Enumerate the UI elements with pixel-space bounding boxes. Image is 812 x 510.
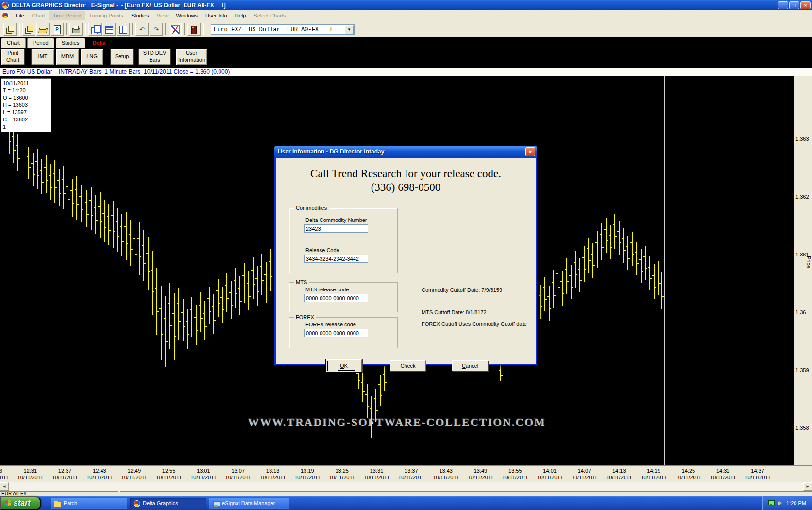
- imt-button[interactable]: IMT: [31, 49, 54, 65]
- ok-button[interactable]: OK: [326, 359, 362, 372]
- tile-horizontal-button[interactable]: [102, 23, 116, 36]
- scroll-right-button[interactable]: ►: [803, 482, 812, 491]
- undo-button[interactable]: ↶: [135, 23, 149, 36]
- menu-user-info[interactable]: User Info: [202, 11, 231, 20]
- paste-page-button[interactable]: P: [51, 23, 64, 36]
- print-chart-button[interactable]: Print Chart: [1, 49, 25, 65]
- menu-help[interactable]: Help: [231, 11, 250, 20]
- time-tick-label: 14:1910/11/2011: [634, 467, 673, 481]
- dialog-close-button[interactable]: ×: [525, 147, 535, 156]
- price-bar: [588, 238, 589, 273]
- price-bar: [257, 266, 258, 306]
- undo-icon: ↶: [138, 25, 146, 34]
- redo-icon: ↷: [152, 25, 160, 34]
- price-bar: [28, 147, 29, 179]
- price-bar: [584, 246, 585, 282]
- price-bar: [606, 218, 607, 253]
- price-bar: [33, 153, 34, 186]
- price-bar: [187, 309, 188, 349]
- mts-release-code-input[interactable]: [304, 294, 368, 302]
- menu-time-period[interactable]: Time Period: [49, 11, 85, 20]
- price-bar: [148, 237, 149, 290]
- open-folder-button[interactable]: [36, 23, 50, 36]
- price-bar: [200, 292, 201, 332]
- quote-line: O = 13600: [3, 94, 51, 102]
- copy-page-button[interactable]: [22, 23, 35, 36]
- redo-button[interactable]: ↷: [150, 23, 163, 36]
- scroll-left-button[interactable]: ◄: [0, 482, 9, 491]
- network-tray-icon[interactable]: [768, 500, 775, 506]
- toolbar-separator: [203, 23, 204, 35]
- quote-line: 10/11/2011: [3, 80, 51, 87]
- price-bar: [654, 264, 655, 299]
- tab-chart[interactable]: Chart: [1, 38, 26, 48]
- time-tick-label: 13:3710/11/2011: [392, 467, 431, 481]
- time-value: 14:37: [738, 467, 777, 474]
- price-bar: [579, 258, 580, 292]
- menu-studies[interactable]: Studies: [127, 11, 153, 20]
- cascade-windows-button[interactable]: [88, 23, 102, 36]
- price-bar: [558, 262, 558, 300]
- windows-flag-icon: [5, 500, 11, 507]
- price-bar: [135, 224, 135, 270]
- combobox-dropdown-icon[interactable]: ▼: [345, 25, 354, 34]
- price-axis-title: Price: [806, 256, 812, 268]
- restore-button[interactable]: □: [789, 1, 799, 9]
- chart-settings-button[interactable]: [169, 23, 182, 36]
- cancel-button[interactable]: Cancel: [452, 360, 488, 371]
- time-value: 13:01: [184, 467, 223, 474]
- price-bar: [81, 185, 82, 222]
- minimize-button[interactable]: –: [778, 1, 788, 9]
- menu-chart[interactable]: Chart: [28, 11, 49, 20]
- copy-chart-button[interactable]: [3, 23, 17, 36]
- lng-button[interactable]: LNG: [81, 49, 103, 65]
- tab-delta[interactable]: Delta: [86, 38, 111, 48]
- release-code-input[interactable]: [304, 255, 368, 263]
- volume-tray-icon[interactable]: [778, 500, 783, 506]
- price-bar: [72, 179, 73, 217]
- price-bar: [68, 174, 68, 213]
- price-bar: [191, 297, 192, 337]
- price-bar: [266, 262, 267, 303]
- dialog-title-bar[interactable]: User Information - DG Director Intaday ×: [274, 146, 537, 158]
- print-button[interactable]: [69, 23, 83, 36]
- menu-turning-points[interactable]: Turning Points: [85, 11, 128, 20]
- tab-row: ChartPeriodStudiesDelta: [0, 37, 812, 48]
- user-information-button[interactable]: User Information: [176, 49, 207, 65]
- price-bar: [244, 263, 245, 303]
- price-bar: [139, 222, 140, 275]
- close-button[interactable]: ×: [800, 1, 811, 9]
- price-bar: [610, 225, 611, 259]
- time-value: 14:07: [565, 467, 604, 474]
- std-dev-bars-button[interactable]: STD DEV Bars: [138, 49, 171, 65]
- exit-door-button[interactable]: [187, 23, 201, 36]
- task-esignal-data-manager[interactable]: eSignal Data Manager: [209, 498, 289, 509]
- mts-cutoff-date: MTS Cuttoff Date: 8/1/8172: [422, 309, 487, 315]
- check-button[interactable]: Check: [390, 360, 426, 371]
- tile-vertical-button[interactable]: [117, 23, 130, 36]
- mts-group: MTS MTS release code: [289, 282, 398, 312]
- menu-select-charts[interactable]: Select Charts: [250, 11, 289, 20]
- forex-release-code-input[interactable]: [304, 329, 368, 337]
- menu-file[interactable]: File: [12, 11, 28, 20]
- menu-view[interactable]: View: [153, 11, 172, 20]
- time-tick-label: 13:0110/11/2011: [184, 467, 223, 481]
- task-label: Patch: [64, 500, 77, 506]
- symbol-combobox[interactable]: Euro FX/ US Dollar EUR A0-FXI▼: [211, 24, 355, 35]
- price-bar: [362, 373, 363, 402]
- tab-period[interactable]: Period: [27, 38, 54, 48]
- horizontal-scrollbar[interactable]: ◄ ►: [0, 482, 812, 491]
- price-bar: [380, 375, 381, 406]
- tab-studies[interactable]: Studies: [56, 38, 85, 48]
- task-patch[interactable]: Patch: [51, 498, 127, 509]
- price-bar: [367, 384, 368, 418]
- time-tick-label: 14:0710/11/2011: [565, 467, 604, 481]
- delta-commodity-number-input[interactable]: [304, 224, 368, 233]
- menu-windows[interactable]: Windows: [172, 11, 202, 20]
- time-value: 14:13: [600, 467, 639, 474]
- task-delta-graphics[interactable]: Delta Graphics: [130, 498, 206, 509]
- start-button[interactable]: start: [0, 496, 41, 510]
- toolbar-separator: [66, 23, 67, 35]
- setup-button[interactable]: Setup: [110, 49, 134, 65]
- mdm-button[interactable]: MDM: [56, 49, 79, 65]
